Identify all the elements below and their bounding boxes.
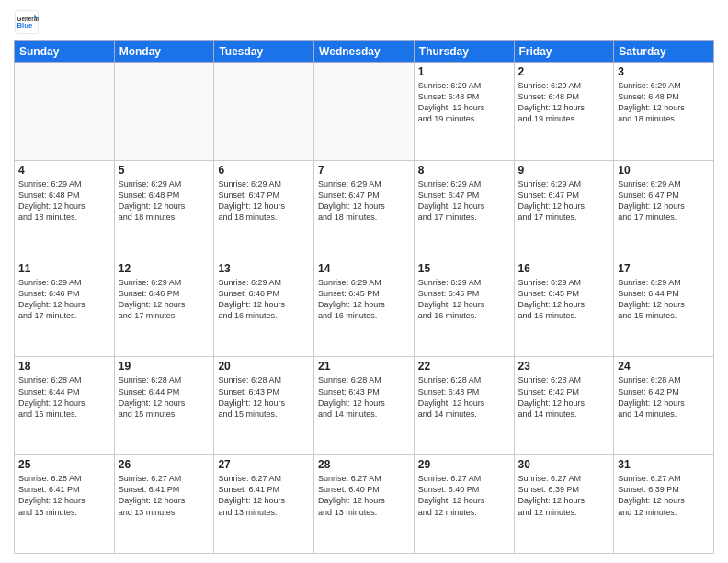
column-header-tuesday: Tuesday [214, 41, 314, 63]
day-info: Sunrise: 6:27 AM Sunset: 6:41 PM Dayligh… [119, 473, 210, 518]
day-cell: 6Sunrise: 6:29 AM Sunset: 6:47 PM Daylig… [214, 160, 314, 259]
day-info: Sunrise: 6:28 AM Sunset: 6:42 PM Dayligh… [618, 374, 710, 419]
day-info: Sunrise: 6:28 AM Sunset: 6:41 PM Dayligh… [18, 473, 110, 518]
day-cell: 10Sunrise: 6:29 AM Sunset: 6:47 PM Dayli… [614, 160, 714, 259]
day-number: 30 [518, 458, 610, 471]
day-cell [114, 63, 214, 161]
calendar-header: SundayMondayTuesdayWednesdayThursdayFrid… [15, 41, 714, 63]
column-header-thursday: Thursday [414, 41, 514, 63]
day-cell: 26Sunrise: 6:27 AM Sunset: 6:41 PM Dayli… [114, 455, 214, 554]
day-number: 3 [618, 65, 710, 78]
day-number: 22 [418, 360, 510, 373]
day-cell: 7Sunrise: 6:29 AM Sunset: 6:47 PM Daylig… [314, 160, 415, 259]
day-info: Sunrise: 6:29 AM Sunset: 6:45 PM Dayligh… [318, 277, 410, 322]
page: General Blue SundayMondayTuesdayWednesda… [0, 0, 728, 563]
day-info: Sunrise: 6:29 AM Sunset: 6:48 PM Dayligh… [18, 178, 110, 224]
day-info: Sunrise: 6:28 AM Sunset: 6:43 PM Dayligh… [318, 374, 410, 419]
day-number: 12 [119, 262, 210, 275]
week-row-2: 4Sunrise: 6:29 AM Sunset: 6:48 PM Daylig… [15, 160, 714, 259]
day-number: 23 [518, 360, 610, 373]
day-cell: 29Sunrise: 6:27 AM Sunset: 6:40 PM Dayli… [414, 455, 514, 554]
day-info: Sunrise: 6:29 AM Sunset: 6:46 PM Dayligh… [119, 277, 210, 322]
day-info: Sunrise: 6:29 AM Sunset: 6:47 PM Dayligh… [618, 178, 710, 224]
week-row-1: 1Sunrise: 6:29 AM Sunset: 6:48 PM Daylig… [15, 63, 714, 161]
day-info: Sunrise: 6:27 AM Sunset: 6:40 PM Dayligh… [318, 473, 410, 518]
day-cell: 31Sunrise: 6:27 AM Sunset: 6:39 PM Dayli… [614, 455, 714, 554]
day-cell: 2Sunrise: 6:29 AM Sunset: 6:48 PM Daylig… [514, 63, 614, 161]
day-info: Sunrise: 6:29 AM Sunset: 6:47 PM Dayligh… [218, 178, 310, 224]
day-number: 19 [119, 360, 210, 373]
day-cell: 15Sunrise: 6:29 AM Sunset: 6:45 PM Dayli… [414, 259, 514, 357]
day-cell: 21Sunrise: 6:28 AM Sunset: 6:43 PM Dayli… [314, 357, 415, 455]
day-info: Sunrise: 6:27 AM Sunset: 6:39 PM Dayligh… [518, 473, 610, 518]
day-cell: 23Sunrise: 6:28 AM Sunset: 6:42 PM Dayli… [514, 357, 614, 455]
day-info: Sunrise: 6:28 AM Sunset: 6:43 PM Dayligh… [418, 374, 510, 419]
day-number: 15 [418, 262, 510, 275]
day-info: Sunrise: 6:29 AM Sunset: 6:44 PM Dayligh… [618, 277, 710, 322]
day-info: Sunrise: 6:29 AM Sunset: 6:48 PM Dayligh… [418, 80, 510, 125]
day-info: Sunrise: 6:29 AM Sunset: 6:48 PM Dayligh… [119, 178, 210, 224]
day-cell: 8Sunrise: 6:29 AM Sunset: 6:47 PM Daylig… [414, 160, 514, 259]
day-info: Sunrise: 6:28 AM Sunset: 6:44 PM Dayligh… [119, 374, 210, 419]
day-cell: 9Sunrise: 6:29 AM Sunset: 6:47 PM Daylig… [514, 160, 614, 259]
day-number: 2 [518, 65, 610, 78]
day-info: Sunrise: 6:29 AM Sunset: 6:47 PM Dayligh… [418, 178, 510, 224]
header: General Blue [14, 9, 714, 35]
day-number: 29 [418, 458, 510, 471]
day-number: 11 [18, 262, 110, 275]
day-number: 20 [218, 360, 310, 373]
day-number: 1 [418, 65, 510, 78]
day-number: 17 [618, 262, 710, 275]
svg-text:Blue: Blue [17, 21, 33, 29]
day-cell: 3Sunrise: 6:29 AM Sunset: 6:48 PM Daylig… [614, 63, 714, 161]
day-number: 27 [218, 458, 310, 471]
day-number: 6 [218, 164, 310, 177]
day-cell: 30Sunrise: 6:27 AM Sunset: 6:39 PM Dayli… [514, 455, 614, 554]
logo: General Blue [14, 9, 43, 35]
day-cell: 28Sunrise: 6:27 AM Sunset: 6:40 PM Dayli… [314, 455, 415, 554]
day-info: Sunrise: 6:29 AM Sunset: 6:47 PM Dayligh… [318, 178, 410, 224]
day-info: Sunrise: 6:27 AM Sunset: 6:40 PM Dayligh… [418, 473, 510, 518]
header-row: SundayMondayTuesdayWednesdayThursdayFrid… [15, 41, 714, 63]
day-info: Sunrise: 6:27 AM Sunset: 6:39 PM Dayligh… [618, 473, 710, 518]
day-number: 18 [18, 360, 110, 373]
column-header-monday: Monday [114, 41, 214, 63]
day-number: 5 [119, 164, 210, 177]
day-info: Sunrise: 6:29 AM Sunset: 6:46 PM Dayligh… [18, 277, 110, 322]
day-cell: 25Sunrise: 6:28 AM Sunset: 6:41 PM Dayli… [15, 455, 115, 554]
week-row-5: 25Sunrise: 6:28 AM Sunset: 6:41 PM Dayli… [15, 455, 714, 554]
day-cell: 18Sunrise: 6:28 AM Sunset: 6:44 PM Dayli… [15, 357, 115, 455]
day-cell [314, 63, 415, 161]
column-header-saturday: Saturday [614, 41, 714, 63]
day-cell: 17Sunrise: 6:29 AM Sunset: 6:44 PM Dayli… [614, 259, 714, 357]
day-number: 25 [18, 458, 110, 471]
day-cell [214, 63, 314, 161]
day-info: Sunrise: 6:29 AM Sunset: 6:47 PM Dayligh… [518, 178, 610, 224]
day-info: Sunrise: 6:28 AM Sunset: 6:44 PM Dayligh… [18, 374, 110, 419]
day-info: Sunrise: 6:29 AM Sunset: 6:45 PM Dayligh… [418, 277, 510, 322]
calendar-body: 1Sunrise: 6:29 AM Sunset: 6:48 PM Daylig… [15, 63, 714, 554]
day-cell: 16Sunrise: 6:29 AM Sunset: 6:45 PM Dayli… [514, 259, 614, 357]
day-cell: 24Sunrise: 6:28 AM Sunset: 6:42 PM Dayli… [614, 357, 714, 455]
calendar-table: SundayMondayTuesdayWednesdayThursdayFrid… [14, 40, 714, 554]
column-header-sunday: Sunday [15, 41, 115, 63]
day-number: 24 [618, 360, 710, 373]
day-info: Sunrise: 6:29 AM Sunset: 6:46 PM Dayligh… [218, 277, 310, 322]
day-info: Sunrise: 6:29 AM Sunset: 6:48 PM Dayligh… [618, 80, 710, 125]
week-row-4: 18Sunrise: 6:28 AM Sunset: 6:44 PM Dayli… [15, 357, 714, 455]
day-cell: 14Sunrise: 6:29 AM Sunset: 6:45 PM Dayli… [314, 259, 415, 357]
day-info: Sunrise: 6:27 AM Sunset: 6:41 PM Dayligh… [218, 473, 310, 518]
day-number: 10 [618, 164, 710, 177]
day-info: Sunrise: 6:29 AM Sunset: 6:48 PM Dayligh… [518, 80, 610, 125]
day-number: 16 [518, 262, 610, 275]
day-info: Sunrise: 6:28 AM Sunset: 6:43 PM Dayligh… [218, 374, 310, 419]
day-cell: 27Sunrise: 6:27 AM Sunset: 6:41 PM Dayli… [214, 455, 314, 554]
day-cell: 19Sunrise: 6:28 AM Sunset: 6:44 PM Dayli… [114, 357, 214, 455]
day-number: 26 [119, 458, 210, 471]
day-number: 28 [318, 458, 410, 471]
day-number: 13 [218, 262, 310, 275]
logo-icon: General Blue [14, 9, 40, 35]
day-number: 7 [318, 164, 410, 177]
day-cell: 13Sunrise: 6:29 AM Sunset: 6:46 PM Dayli… [214, 259, 314, 357]
day-number: 9 [518, 164, 610, 177]
